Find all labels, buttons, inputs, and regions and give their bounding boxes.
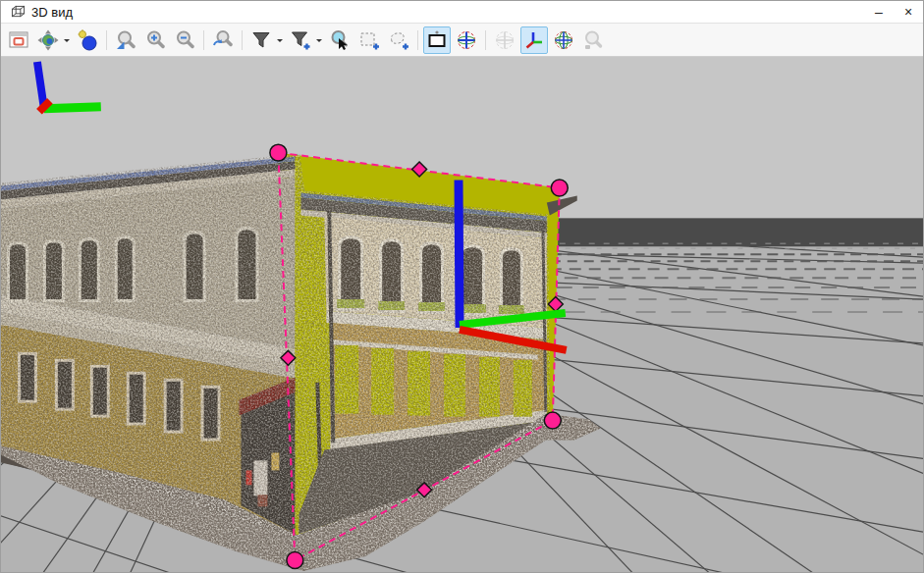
draw-plane-button[interactable] <box>423 26 451 54</box>
trackball-icon <box>455 28 478 52</box>
filter-points-dropdown-arrow[interactable] <box>277 39 283 45</box>
close-button[interactable]: × <box>894 1 923 23</box>
zoom-out-button[interactable] <box>171 26 198 54</box>
pick-point-icon <box>328 28 352 52</box>
zoom-window-icon <box>114 28 137 52</box>
viewport-3d[interactable] <box>1 57 923 572</box>
zoom-reset-icon <box>211 28 235 52</box>
nav-sphere-icon <box>36 28 60 52</box>
toolbar-separator <box>242 30 243 50</box>
filter-points-button[interactable] <box>247 26 275 54</box>
plane-corner-handle[interactable] <box>551 180 568 196</box>
select-lasso-add-button[interactable] <box>385 26 412 54</box>
globe-icon <box>552 28 575 52</box>
minimize-button[interactable]: – <box>864 1 894 23</box>
rotate-view-button[interactable] <box>453 26 480 54</box>
app-window: 3D вид – × <box>0 0 924 573</box>
zoom-out-icon <box>173 28 196 52</box>
show-axes-button[interactable] <box>520 26 548 54</box>
title-bar: 3D вид – × <box>1 1 923 24</box>
filter-icon <box>249 28 273 52</box>
zoom-in-icon <box>143 28 167 52</box>
zoom-settings-button <box>579 26 607 54</box>
pick-point-button[interactable] <box>326 26 353 54</box>
mini-axis-y-green <box>44 107 101 109</box>
select-rect-add-button[interactable] <box>355 26 383 54</box>
toolbar <box>1 24 923 57</box>
sphere-gray-icon <box>493 28 516 52</box>
plane-corner-handle[interactable] <box>544 412 561 429</box>
filter-points-add-button[interactable] <box>287 26 314 54</box>
window-title: 3D вид <box>31 5 73 20</box>
zoom-window-button[interactable] <box>112 26 139 54</box>
zoom-in-button[interactable] <box>141 26 169 54</box>
filter-points-add-dropdown-arrow[interactable] <box>316 39 322 45</box>
toolbar-separator <box>485 30 486 50</box>
plane-corner-handle[interactable] <box>270 144 287 161</box>
point-color-icon <box>76 28 99 52</box>
orbit-locked-button <box>491 26 518 54</box>
plane-corner-handle[interactable] <box>287 552 303 569</box>
toolbar-separator <box>417 30 418 50</box>
zoom-reset-button[interactable] <box>209 26 237 54</box>
toolbar-separator <box>203 30 204 50</box>
rect-select-add-icon <box>357 28 381 52</box>
axes-icon <box>522 28 546 52</box>
navigation-mode-dropdown-arrow[interactable] <box>64 39 70 45</box>
zoom-settings-icon <box>581 28 605 52</box>
window-view-icon <box>7 28 30 52</box>
lasso-select-add-icon <box>387 28 410 52</box>
show-2d-view-button[interactable] <box>5 26 32 54</box>
3d-cube-icon <box>11 5 26 19</box>
scene-canvas <box>1 57 923 572</box>
navigation-mode-button[interactable] <box>34 26 62 54</box>
free-orbit-button[interactable] <box>550 26 577 54</box>
point-color-mode-button[interactable] <box>74 26 101 54</box>
toolbar-separator <box>106 30 107 50</box>
axis-z-blue[interactable] <box>459 181 460 328</box>
filter-add-icon <box>289 28 312 52</box>
plane-rect-icon <box>425 28 449 52</box>
